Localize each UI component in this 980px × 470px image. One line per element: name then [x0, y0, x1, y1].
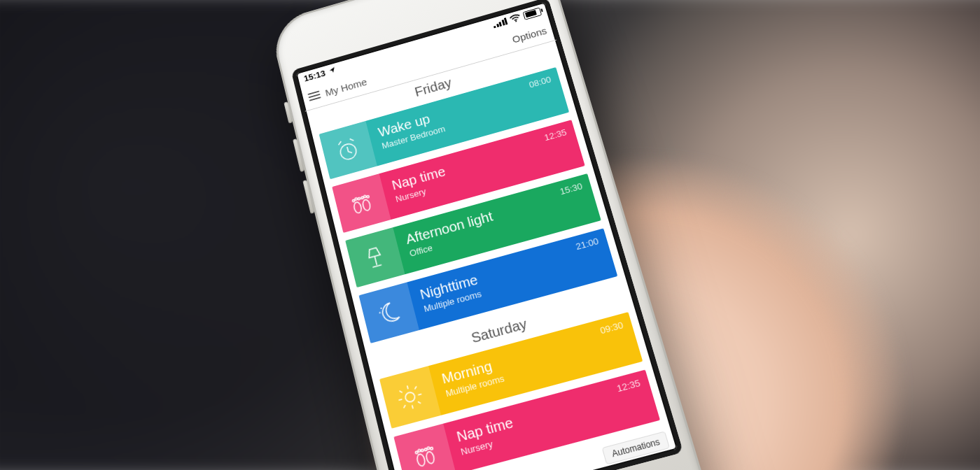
feet-icon [393, 424, 456, 470]
battery-icon [522, 7, 542, 20]
svg-point-13 [416, 453, 426, 467]
svg-point-17 [421, 449, 424, 452]
svg-point-11 [379, 312, 381, 314]
svg-point-10 [380, 307, 382, 309]
svg-point-18 [424, 448, 427, 451]
wifi-icon [509, 13, 522, 24]
menu-icon[interactable] [307, 91, 321, 101]
automation-card[interactable]: Nap timeNursery12:35 [393, 370, 660, 470]
phone-mockup: 15:13 My Home Options [269, 0, 718, 470]
volume-up-button [293, 138, 304, 172]
card-time: 12:35 [615, 378, 641, 394]
card-time: 21:00 [575, 236, 600, 252]
svg-point-6 [358, 197, 360, 200]
svg-point-5 [355, 197, 358, 200]
svg-point-4 [352, 199, 355, 202]
svg-point-15 [415, 451, 418, 454]
svg-point-16 [418, 449, 421, 452]
svg-point-20 [430, 447, 433, 450]
svg-point-9 [367, 195, 370, 198]
card-subtitle: Nursery [459, 397, 648, 457]
svg-point-3 [362, 199, 371, 211]
svg-point-8 [363, 195, 366, 198]
card-title: Nap time [455, 380, 645, 445]
svg-point-2 [353, 201, 362, 214]
svg-point-12 [405, 392, 416, 404]
volume-down-button [302, 180, 314, 214]
svg-point-19 [427, 447, 430, 450]
mute-switch [284, 101, 293, 123]
